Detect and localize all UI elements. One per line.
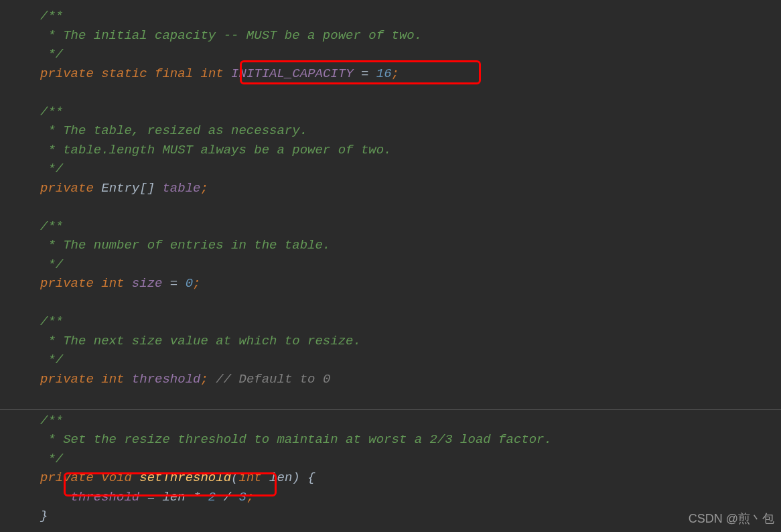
code-line: /**: [40, 411, 781, 431]
code-line: private static final int INITIAL_CAPACIT…: [40, 64, 781, 84]
code-line: /**: [40, 312, 781, 332]
code-line: * Set the resize threshold to maintain a…: [40, 430, 781, 450]
code-line: private void setThreshold(int len) {: [40, 468, 781, 488]
code-line: [40, 198, 781, 217]
section-separator: [0, 409, 781, 410]
code-line: /**: [40, 103, 781, 122]
code-line: */: [40, 255, 781, 275]
code-line: /**: [40, 217, 781, 237]
code-line: */: [40, 450, 781, 469]
code-line: * The number of entries in the table.: [40, 236, 781, 255]
code-line: */: [40, 159, 781, 179]
code-line: * The initial capacity -- MUST be a powe…: [40, 26, 781, 46]
code-line: /**: [40, 7, 781, 26]
code-line: * table.length MUST always be a power of…: [40, 141, 781, 160]
code-line: private Entry[] table;: [40, 179, 781, 198]
code-line: private int threshold; // Default to 0: [40, 370, 781, 389]
code-line: [40, 293, 781, 313]
code-line: */: [40, 350, 781, 370]
code-line: * The table, resized as necessary.: [40, 121, 781, 141]
code-line: [40, 83, 781, 103]
code-editor[interactable]: /** * The initial capacity -- MUST be a …: [0, 0, 781, 526]
code-line: private int size = 0;: [40, 274, 781, 293]
code-line: }: [40, 507, 781, 526]
code-line: [40, 389, 781, 408]
code-line: */: [40, 45, 781, 64]
watermark: CSDN @煎丶包: [689, 510, 774, 528]
code-line: * The next size value at which to resize…: [40, 332, 781, 351]
code-line: threshold = len * 2 / 3;: [40, 488, 781, 507]
